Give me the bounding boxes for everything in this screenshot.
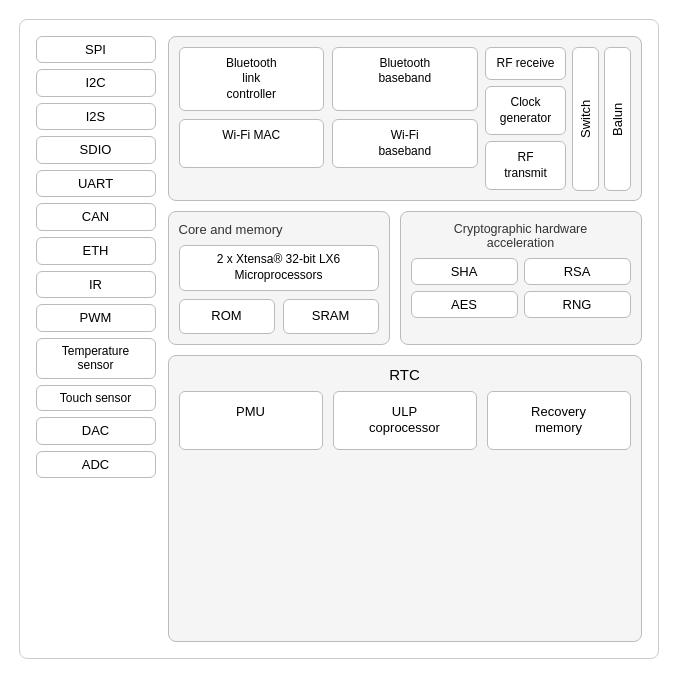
crypto-grid: SHA RSA AES RNG [411, 258, 631, 318]
bluetooth-baseband-box: Bluetoothbaseband [332, 47, 478, 112]
rsa-box: RSA [524, 258, 631, 285]
eth-label: ETH [36, 237, 156, 265]
processor-box: 2 x Xtensa® 32-bit LX6Microprocessors [179, 245, 379, 290]
adc-label: ADC [36, 451, 156, 479]
ulp-box: ULPcoprocessor [333, 391, 477, 451]
wireless-section: Bluetoothlinkcontroller Bluetoothbaseban… [168, 36, 642, 202]
rf-group: RF receive Clockgenerator RFtransmit [485, 47, 565, 191]
crypto-section: Cryptographic hardwareacceleration SHA R… [400, 211, 642, 344]
i2s-label: I2S [36, 103, 156, 131]
wifi-mac-box: Wi-Fi MAC [179, 119, 325, 168]
dac-label: DAC [36, 417, 156, 445]
pmu-box: PMU [179, 391, 323, 451]
pwm-label: PWM [36, 304, 156, 332]
switch-balun-group: Switch Balun [572, 47, 631, 191]
temp-sensor-label: Temperaturesensor [36, 338, 156, 379]
peripheral-list: SPI I2C I2S SDIO UART CAN ETH IR PWM Tem… [36, 36, 156, 642]
sdio-label: SDIO [36, 136, 156, 164]
crypto-section-label: Cryptographic hardwareacceleration [411, 222, 631, 250]
wireless-left-group: Bluetoothlinkcontroller Bluetoothbaseban… [179, 47, 478, 191]
core-section: Core and memory 2 x Xtensa® 32-bit LX6Mi… [168, 211, 390, 344]
rng-box: RNG [524, 291, 631, 318]
chip-diagram: SPI I2C I2S SDIO UART CAN ETH IR PWM Tem… [19, 19, 659, 659]
clock-generator-box: Clockgenerator [485, 86, 565, 135]
rf-transmit-box: RFtransmit [485, 141, 565, 190]
i2c-label: I2C [36, 69, 156, 97]
rtc-row: PMU ULPcoprocessor Recoverymemory [179, 391, 631, 451]
aes-box: AES [411, 291, 518, 318]
recovery-memory-box: Recoverymemory [487, 391, 631, 451]
touch-sensor-label: Touch sensor [36, 385, 156, 411]
switch-box: Switch [572, 47, 599, 191]
wireless-right-group: RF receive Clockgenerator RFtransmit Swi… [485, 47, 630, 191]
ir-label: IR [36, 271, 156, 299]
spi-label: SPI [36, 36, 156, 64]
sram-box: SRAM [283, 299, 379, 334]
wireless-bottom-row: Wi-Fi MAC Wi-Fibaseband [179, 119, 478, 168]
balun-box: Balun [604, 47, 631, 191]
sha-box: SHA [411, 258, 518, 285]
rtc-section: RTC PMU ULPcoprocessor Recoverymemory [168, 355, 642, 642]
can-label: CAN [36, 203, 156, 231]
rtc-label: RTC [179, 366, 631, 383]
uart-label: UART [36, 170, 156, 198]
bluetooth-link-box: Bluetoothlinkcontroller [179, 47, 325, 112]
rf-receive-box: RF receive [485, 47, 565, 81]
core-memory-row: ROM SRAM [179, 299, 379, 334]
main-content: Bluetoothlinkcontroller Bluetoothbaseban… [168, 36, 642, 642]
core-crypto-row: Core and memory 2 x Xtensa® 32-bit LX6Mi… [168, 211, 642, 344]
wifi-baseband-box: Wi-Fibaseband [332, 119, 478, 168]
wireless-top-row: Bluetoothlinkcontroller Bluetoothbaseban… [179, 47, 478, 112]
rom-box: ROM [179, 299, 275, 334]
core-section-label: Core and memory [179, 222, 379, 237]
